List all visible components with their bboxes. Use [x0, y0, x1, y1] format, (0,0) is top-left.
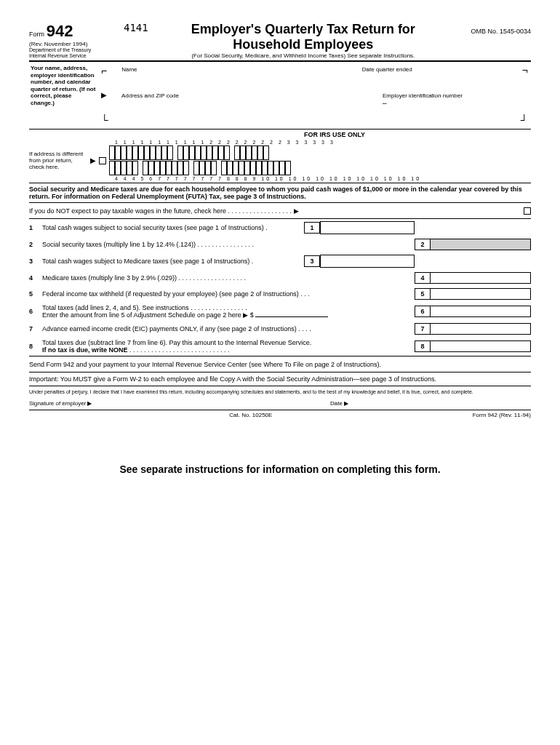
- line-number: 6: [29, 308, 42, 315]
- form-word: Form: [29, 31, 44, 38]
- not-expect-text: If you do NOT expect to pay taxable wage…: [29, 207, 226, 215]
- bold-note: Social security and Medicare taxes are d…: [29, 183, 531, 203]
- revision-date: (Rev. November 1994): [29, 41, 109, 47]
- line-4-box: 4: [415, 272, 431, 284]
- line-number: 5: [29, 290, 42, 298]
- line-7-box: 7: [415, 323, 431, 335]
- header-center: Employer's Quarterly Tax Return for Hous…: [163, 22, 444, 59]
- line-1-input[interactable]: [320, 221, 415, 234]
- irs-bottom-numbers: 4 4 4 5 6 7 7 7 7 7 7 7 7 8 8 8 9 10 10 …: [109, 176, 531, 181]
- line-3-input[interactable]: [320, 255, 415, 268]
- line-6b-text: Enter the amount from line 5 of Adjustme…: [42, 311, 254, 319]
- line-6b-input[interactable]: [255, 316, 328, 317]
- line-6-box: 6: [415, 306, 431, 317]
- line-1-text: Total cash wages subject to social secur…: [42, 224, 304, 231]
- line-3-text: Total cash wages subject to Medicare tax…: [42, 258, 304, 265]
- corner-mark-icon: ⌐: [101, 65, 107, 76]
- form-number: 942: [47, 22, 73, 40]
- line-5: 5 Federal income tax withheld (if reques…: [29, 286, 531, 302]
- omb-number: OMB No. 1545-0034: [444, 22, 531, 35]
- line-number: 2: [29, 241, 42, 248]
- line-6-input[interactable]: [431, 306, 531, 317]
- line-number: 8: [29, 343, 42, 350]
- arrow-icon: ▶: [90, 156, 96, 164]
- footer-row: Cat. No. 10250E Form 942 (Rev. 11-94): [29, 410, 531, 420]
- line-8-text: Total taxes due (subtract line 7 from li…: [42, 339, 311, 346]
- line-2-input[interactable]: [431, 239, 531, 250]
- line-4-input[interactable]: [431, 272, 531, 284]
- important-note: Important: You MUST give a Form W-2 to e…: [29, 372, 531, 386]
- line-5-box: 5: [415, 288, 431, 300]
- header-left: Form 942 (Rev. November 1994) Department…: [29, 22, 109, 58]
- line-number: 7: [29, 325, 42, 332]
- line-8b-text: If no tax is due, write NONE: [42, 346, 128, 354]
- send-note: Send Form 942 and your payment to your I…: [29, 356, 531, 372]
- line-number: 3: [29, 258, 42, 265]
- send-text: Send Form 942 and your payment to your I…: [29, 361, 531, 368]
- line-5-input[interactable]: [431, 288, 531, 300]
- footer-form: Form 942 (Rev. 11-94): [473, 412, 531, 418]
- not-expect-checkbox[interactable]: [524, 207, 531, 215]
- header-code: 4141: [109, 22, 163, 33]
- entry-boxes: 1 1 1 1 1 1 1 1 1 1 1 2 2 2 2 2 2 2 2 2 …: [109, 140, 531, 181]
- corner-mark-icon: └: [101, 114, 108, 126]
- signature-row: Signature of employer ▶ Date ▶: [29, 397, 531, 410]
- perjury-declaration: Under penalties of perjury, I declare th…: [29, 386, 531, 397]
- date-label: Date ▶: [330, 400, 348, 407]
- quarter-label: Date quarter ended: [362, 66, 412, 73]
- line-5-text: Federal income tax withheld (if requeste…: [42, 290, 299, 298]
- line-7-input[interactable]: [431, 323, 531, 335]
- department-line-2: Internal Revenue Service: [29, 53, 109, 59]
- address-check-text: If address is different from prior retur…: [29, 151, 87, 170]
- not-expect-row: If you do NOT expect to pay taxable wage…: [29, 203, 531, 219]
- line-8-box: 8: [415, 340, 431, 352]
- arrow-icon: ▶: [101, 91, 107, 107]
- irs-top-numbers: 1 1 1 1 1 1 1 1 1 1 1 2 2 2 2 2 2 2 2 2 …: [109, 140, 531, 145]
- ein-label: Employer identification number: [383, 92, 463, 99]
- line-6: 6 Total taxes (add lines 2, 4, and 5). S…: [29, 302, 531, 321]
- corner-mark-icon: ¬: [522, 65, 528, 76]
- catalog-number: Cat. No. 10250E: [229, 412, 272, 418]
- line-8: 8 Total taxes due (subtract line 7 from …: [29, 337, 531, 356]
- line-4-text: Medicare taxes (multiply line 3 by 2.9% …: [42, 274, 177, 282]
- form-subtitle: (For Social Security, Medicare, and With…: [163, 52, 444, 59]
- irs-title: FOR IRS USE ONLY: [138, 131, 531, 138]
- entry-row-2[interactable]: [109, 161, 531, 175]
- name-label: Name: [121, 66, 137, 73]
- line-8-input[interactable]: [431, 340, 531, 352]
- line-7: 7 Advance earned income credit (EIC) pay…: [29, 321, 531, 337]
- line-number: 1: [29, 224, 42, 231]
- form-header: Form 942 (Rev. November 1994) Department…: [29, 22, 531, 62]
- form-title: Employer's Quarterly Tax Return for Hous…: [163, 22, 444, 52]
- line-7-text: Advance earned income credit (EIC) payme…: [42, 325, 297, 332]
- line-3: 3 Total cash wages subject to Medicare t…: [29, 252, 531, 270]
- line-2-text: Social security taxes (multiply line 1 b…: [42, 241, 196, 248]
- info-section: Your name, address, employer identificat…: [29, 62, 531, 130]
- line-1: 1 Total cash wages subject to social sec…: [29, 219, 531, 236]
- irs-section: FOR IRS USE ONLY If address is different…: [29, 130, 531, 183]
- line-2-box: 2: [415, 239, 431, 250]
- line-2: 2 Social security taxes (multiply line 1…: [29, 236, 531, 252]
- line-1-box: 1: [304, 222, 320, 234]
- signature-label: Signature of employer ▶: [29, 400, 330, 407]
- info-fields: ⌐ Name Date quarter ended ¬ ▶ Address an…: [98, 62, 531, 129]
- entry-row-1[interactable]: [109, 146, 531, 160]
- address-checkbox[interactable]: [99, 157, 106, 164]
- department-line-1: Department of the Treasury: [29, 47, 109, 53]
- line-6-text: Total taxes (add lines 2, 4, and 5). See…: [42, 304, 189, 311]
- address-label: Address and ZIP code: [121, 92, 179, 99]
- line-4: 4 Medicare taxes (multiply line 3 by 2.9…: [29, 270, 531, 286]
- bottom-note: See separate instructions for informatio…: [29, 463, 531, 475]
- corner-mark-icon: ┘: [521, 114, 528, 126]
- line-3-box: 3: [304, 255, 320, 267]
- ein-separator: –: [383, 99, 387, 107]
- info-instructions: Your name, address, employer identificat…: [29, 62, 98, 129]
- line-number: 4: [29, 274, 42, 282]
